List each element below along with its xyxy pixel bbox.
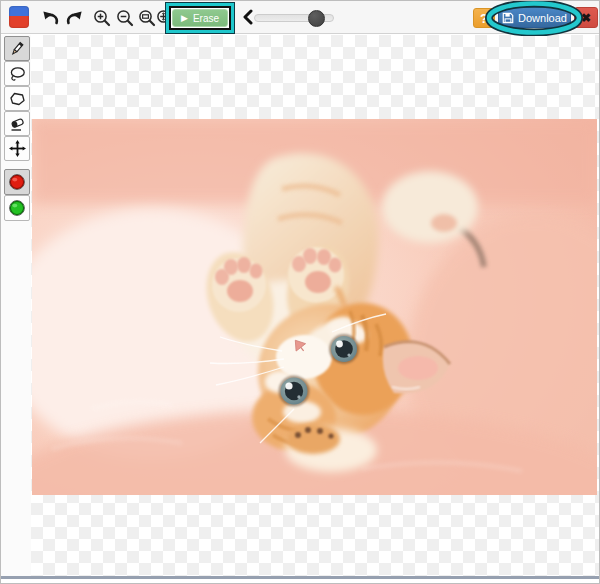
color-red-button[interactable] bbox=[4, 169, 30, 195]
help-button[interactable]: ? bbox=[473, 8, 495, 28]
color-green-button[interactable] bbox=[4, 195, 30, 221]
download-button[interactable]: Download bbox=[498, 7, 571, 28]
image-editor-window: ▶ Erase ? Download ✖ bbox=[0, 0, 600, 584]
editing-canvas[interactable] bbox=[31, 35, 599, 578]
undo-button[interactable] bbox=[39, 7, 61, 29]
tool-polygon-lasso[interactable] bbox=[4, 86, 30, 111]
toolbar: ▶ Erase ? Download ✖ bbox=[1, 1, 599, 34]
tool-pencil[interactable] bbox=[4, 36, 30, 61]
zoom-out-icon bbox=[116, 9, 134, 27]
floppy-disk-icon bbox=[502, 12, 514, 24]
erase-highlight-teal-border: ▶ Erase bbox=[166, 3, 234, 33]
brush-size-slider[interactable] bbox=[254, 14, 334, 22]
download-button-label: Download bbox=[518, 12, 567, 24]
move-icon bbox=[9, 140, 26, 157]
zoom-out-button[interactable] bbox=[114, 7, 136, 29]
green-circle-icon bbox=[8, 199, 26, 217]
redo-icon bbox=[65, 10, 84, 27]
erase-button[interactable]: ▶ Erase bbox=[172, 9, 228, 27]
play-icon: ▶ bbox=[181, 14, 188, 23]
erase-highlight-inner-border: ▶ Erase bbox=[169, 6, 231, 30]
tool-move[interactable] bbox=[4, 136, 30, 161]
red-circle-icon bbox=[8, 173, 26, 191]
kitten-eye-left bbox=[279, 376, 310, 407]
eraser-icon bbox=[9, 116, 26, 132]
undo-icon bbox=[41, 10, 60, 27]
collapse-panel-button[interactable] bbox=[241, 9, 255, 27]
photo-kitten[interactable] bbox=[32, 119, 597, 495]
kitten-eye-right bbox=[329, 334, 359, 364]
redo-button[interactable] bbox=[63, 7, 85, 29]
slider-thumb[interactable] bbox=[308, 10, 325, 27]
erase-highlight-annotation: ▶ Erase bbox=[165, 2, 235, 34]
chevron-left-icon bbox=[242, 9, 254, 25]
close-button[interactable]: ✖ bbox=[574, 7, 598, 28]
tool-lasso[interactable] bbox=[4, 61, 30, 86]
lasso-icon bbox=[9, 66, 26, 82]
pencil-icon bbox=[9, 41, 25, 57]
window-bottom-border bbox=[1, 576, 599, 579]
polygon-lasso-icon bbox=[9, 91, 26, 107]
kitten-image bbox=[32, 119, 597, 495]
zoom-in-icon bbox=[93, 9, 111, 27]
erase-button-label: Erase bbox=[193, 13, 219, 24]
tool-eraser[interactable] bbox=[4, 111, 30, 136]
app-logo-icon bbox=[9, 6, 29, 28]
zoom-in-button[interactable] bbox=[91, 7, 113, 29]
